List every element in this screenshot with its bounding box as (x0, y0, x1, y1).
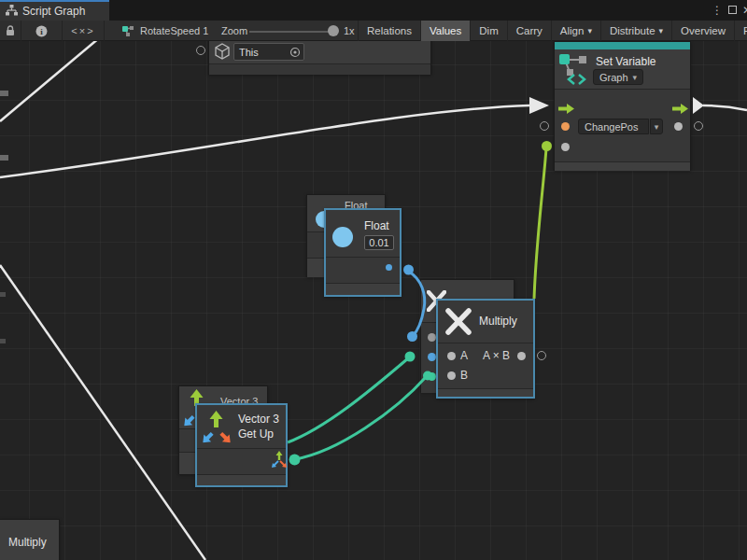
float-type-icon (332, 227, 353, 247)
node-multiply-corner[interactable]: Multiply (0, 519, 60, 560)
node-title: Set Variable (596, 55, 655, 68)
script-graph-window: Float Vector 3 (0, 0, 747, 560)
values-button[interactable]: Values (420, 21, 470, 41)
port-label-b: B (460, 369, 468, 382)
lock-button[interactable] (0, 21, 21, 41)
control-output-arrow-icon[interactable] (672, 101, 688, 118)
window-maximize-icon[interactable] (725, 4, 740, 17)
chevron-down-icon: ▾ (632, 73, 637, 82)
node-title: Multiply (479, 315, 517, 328)
tab-script-graph[interactable]: Script Graph (0, 0, 109, 21)
variable-name-value: ChangePos (585, 121, 639, 133)
graph-breadcrumb-icon (121, 25, 134, 38)
input-port[interactable] (428, 333, 436, 342)
input-port-connected-blue[interactable] (428, 353, 436, 361)
chevron-down-icon: ▾ (587, 26, 592, 35)
object-picker-icon[interactable] (289, 47, 301, 60)
node-title: Vector 3 (238, 413, 279, 426)
input-port-b[interactable] (447, 371, 456, 380)
this-output-port-ring[interactable] (196, 46, 205, 55)
output-port[interactable] (674, 122, 683, 131)
overview-button[interactable]: Overview (671, 21, 734, 41)
tab-bar: Script Graph ⋮ ✕ (0, 0, 747, 21)
offscreen-edge-mark (0, 292, 6, 297)
variable-name-dropdown[interactable]: ChangePos (578, 119, 649, 134)
multiply-x-icon (445, 308, 472, 339)
graph-toolbar: i <×> RotateSpeed 1 Zoom 1x Relations Va… (0, 21, 747, 41)
node-title: Multiply (8, 536, 47, 549)
vector3-output-type-icon[interactable] (270, 451, 287, 473)
chevron-down-icon: ▾ (655, 122, 659, 132)
window-menu-icon[interactable]: ⋮ (710, 4, 725, 17)
zoom-slider-handle[interactable] (328, 25, 339, 36)
offscreen-edge-mark (0, 91, 8, 96)
carry-button[interactable]: Carry (507, 21, 551, 41)
float-value-field[interactable]: 0.01 (364, 235, 394, 250)
chevron-down-icon: ▾ (659, 26, 664, 35)
setvariable-right-port-ring[interactable] (694, 121, 703, 131)
window-close-icon[interactable]: ✕ (740, 4, 747, 17)
node-multiply-front[interactable]: Multiply A A × B B (436, 299, 535, 399)
variable-name-dropdown-arrow[interactable]: ▾ (650, 119, 663, 134)
graph-breadcrumb[interactable]: RotateSpeed 1 (140, 25, 208, 36)
node-set-variable[interactable]: Set Variable Graph ▾ ChangePos ▾ (554, 41, 691, 171)
zoom-level: 1x (344, 25, 355, 36)
info-icon: i (35, 25, 48, 37)
selection-teal-bar (555, 42, 690, 49)
node-this[interactable]: This (208, 38, 431, 75)
variable-name-port[interactable] (561, 122, 570, 131)
gameobject-cube-icon (214, 43, 231, 63)
setvariable-left-port-ring[interactable] (540, 121, 549, 131)
zoom-slider-track[interactable] (249, 31, 333, 33)
node-vector3-get-up[interactable]: Vector 3 Get Up (195, 403, 288, 487)
code-view-icon: <×> (71, 25, 94, 36)
value-input-port[interactable] (561, 143, 570, 151)
dim-button[interactable]: Dim (470, 21, 506, 41)
scope-value: Graph (599, 72, 628, 83)
node-title: Float (364, 219, 389, 232)
port-label-output: A × B (483, 349, 510, 362)
multiply-output-port-ring[interactable] (537, 351, 546, 360)
info-button[interactable]: i (21, 21, 63, 41)
input-port-a[interactable] (447, 352, 456, 360)
this-field-value: This (239, 47, 259, 58)
float-output-port[interactable] (386, 264, 392, 271)
relations-button[interactable]: Relations (358, 21, 420, 41)
input-port-connected-teal[interactable] (428, 372, 436, 381)
this-object-field[interactable]: This (233, 43, 304, 61)
node-float-front[interactable]: Float 0.01 (324, 208, 402, 297)
align-button[interactable]: Align▾ (551, 21, 600, 41)
tab-label: Script Graph (22, 5, 85, 18)
float-value: 0.01 (369, 237, 388, 248)
variable-scope-dropdown[interactable]: Graph ▾ (593, 69, 643, 85)
set-variable-icon (558, 52, 588, 91)
distribute-button[interactable]: Distribute▾ (600, 21, 671, 41)
offscreen-edge-mark (0, 155, 8, 161)
port-label-a: A (460, 349, 468, 362)
output-port[interactable] (517, 352, 526, 360)
lock-icon (6, 25, 15, 36)
node-subtitle: Get Up (238, 427, 274, 441)
offscreen-edge-mark (0, 339, 6, 343)
control-input-arrow-icon[interactable] (558, 101, 574, 118)
code-view-button[interactable]: <×> (63, 21, 105, 41)
toolbar-button-group: Relations Values Dim Carry Align▾ Distri… (358, 21, 747, 41)
script-graph-icon (6, 3, 18, 20)
zoom-label: Zoom (221, 25, 247, 36)
full-screen-button[interactable]: Full Screen (734, 21, 747, 41)
